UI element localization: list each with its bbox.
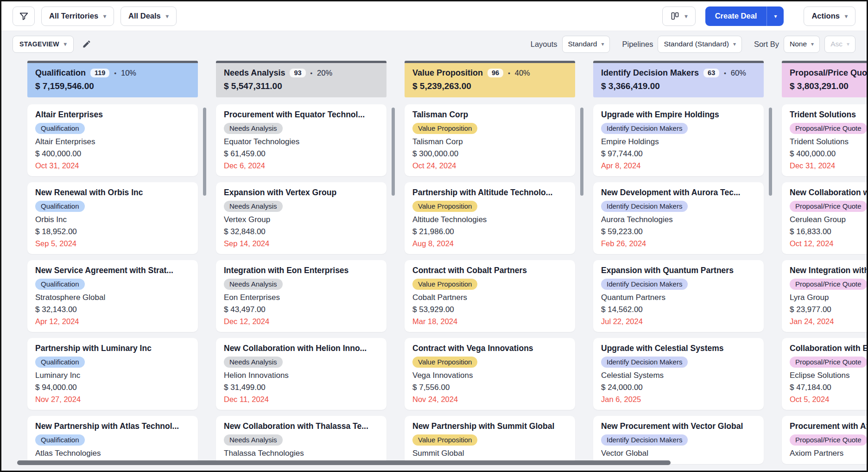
chevron-down-icon: ▾	[166, 13, 169, 19]
deal-company: Cerulean Group	[790, 215, 867, 224]
stage-pill-row: Value Proposition	[412, 434, 567, 446]
territories-dropdown[interactable]: All Territories ▾	[41, 6, 114, 26]
column-amount: $ 5,547,311.00	[224, 81, 379, 91]
stage-pill-row: Identify Decision Makers	[601, 279, 756, 290]
edit-view-button[interactable]	[80, 38, 93, 51]
deal-company: Stratosphere Global	[35, 293, 190, 302]
deal-title: New Collaboration w	[790, 188, 867, 198]
stage-pill: Identify Decision Makers	[601, 357, 688, 368]
deal-amount: $ 400,000.00	[790, 149, 867, 159]
kanban-column: Proposal/Price Quote $ 3,803,291.00 Trid…	[782, 61, 867, 471]
stage-pill: Qualification	[35, 279, 85, 290]
filter-icon	[19, 11, 29, 21]
column-scrollbar[interactable]	[769, 108, 772, 196]
column-scrollbar[interactable]	[392, 108, 395, 196]
deal-card[interactable]: Partnership with Altitude Technolo... Va…	[405, 182, 575, 254]
deal-company: Axiom Partners	[790, 449, 867, 458]
deal-card[interactable]: New Procurement with Vector Global Ident…	[593, 416, 764, 464]
deal-card[interactable]: Procurement with Ax Proposal/Price Quote…	[782, 416, 867, 464]
pipelines-value: Standard (Standard)	[664, 40, 729, 48]
deals-filter-dropdown[interactable]: All Deals ▾	[120, 6, 177, 26]
deal-card[interactable]: New Collaboration with Helion Inno... Ne…	[216, 338, 386, 410]
column-header-line: Needs Analysis 93 • 20%	[224, 68, 379, 78]
deal-card[interactable]: New Service Agreement with Strat... Qual…	[27, 260, 198, 332]
deal-title: Expansion with Quantum Partners	[601, 266, 756, 275]
column-header[interactable]: Identify Decision Makers 63 • 60% $ 3,36…	[593, 61, 764, 97]
chevron-down-icon: ▾	[733, 41, 736, 47]
deal-card[interactable]: Collaboration with Ec Proposal/Price Quo…	[782, 338, 867, 410]
deal-amount: $ 32,848.00	[224, 227, 379, 236]
kanban-column: Needs Analysis 93 • 20% $ 5,547,311.00 P…	[216, 61, 386, 471]
deal-card[interactable]: New Development with Aurora Tec... Ident…	[593, 182, 764, 254]
deal-card[interactable]: Upgrade with Celestial Systems Identify …	[593, 338, 764, 410]
deal-card[interactable]: Trident Solutions Proposal/Price Quote T…	[782, 104, 867, 176]
deal-card[interactable]: Partnership with Luminary Inc Qualificat…	[27, 338, 198, 410]
column-header-line: Identify Decision Makers 63 • 60%	[601, 68, 756, 78]
deal-card[interactable]: Upgrade with Empire Holdings Identify De…	[593, 104, 764, 176]
column-scrollbar[interactable]	[580, 108, 583, 196]
deal-card[interactable]: New Collaboration with Thalassa Te... Ne…	[216, 416, 386, 464]
deal-card[interactable]: Talisman Corp Value Proposition Talisman…	[405, 104, 575, 176]
stage-pill: Needs Analysis	[224, 123, 283, 134]
deal-title: Contract with Vega Innovations	[412, 344, 567, 353]
deal-card[interactable]: New Collaboration w Proposal/Price Quote…	[782, 182, 867, 254]
deal-company: Quantum Partners	[601, 293, 756, 302]
deal-title: New Service Agreement with Strat...	[35, 266, 190, 275]
deal-card[interactable]: New Integration with Proposal/Price Quot…	[782, 260, 867, 332]
deal-date: Oct 31, 2024	[35, 161, 190, 170]
column-header[interactable]: Proposal/Price Quote $ 3,803,291.00	[782, 61, 867, 97]
column-scrollbar[interactable]	[203, 108, 206, 196]
create-deal-button[interactable]: Create Deal	[705, 6, 767, 26]
deal-card[interactable]: Procurement with Equator Technol... Need…	[216, 104, 386, 176]
actions-dropdown[interactable]: Actions ▾	[804, 6, 855, 26]
deal-card[interactable]: Contract with Cobalt Partners Value Prop…	[405, 260, 575, 332]
column-count-badge: 119	[90, 69, 109, 77]
deal-title: New Partnership with Summit Global	[412, 421, 567, 431]
stage-pill-row: Identify Decision Makers	[601, 434, 756, 446]
column-header[interactable]: Needs Analysis 93 • 20% $ 5,547,311.00	[216, 61, 386, 97]
deal-card[interactable]: New Partnership with Atlas Technol... Qu…	[27, 416, 198, 464]
stage-pill-row: Identify Decision Makers	[601, 201, 756, 212]
layouts-dropdown[interactable]: Standard ▾	[562, 36, 610, 53]
stageview-dropdown[interactable]: STAGEVIEW ▾	[13, 36, 74, 53]
kanban-view-icon	[670, 11, 680, 21]
deal-card[interactable]: Altair Enterprises Qualification Altair …	[27, 104, 198, 176]
deal-company: Eclipse Solutions	[790, 371, 867, 380]
deal-card[interactable]: New Partnership with Summit Global Value…	[405, 416, 575, 464]
stage-pill-row: Needs Analysis	[224, 279, 379, 290]
sort-by-dropdown[interactable]: None ▾	[784, 36, 820, 53]
deal-card[interactable]: Integration with Eon Enterprises Needs A…	[216, 260, 386, 332]
view-toggle-dropdown[interactable]: ▾	[662, 6, 696, 26]
pipelines-dropdown[interactable]: Standard (Standard) ▾	[658, 36, 741, 53]
column-cards: Talisman Corp Value Proposition Talisman…	[405, 104, 575, 464]
stage-pill-row: Needs Analysis	[224, 434, 379, 446]
filter-button[interactable]	[13, 6, 35, 26]
deal-amount: $ 61,459.00	[224, 149, 379, 159]
column-header[interactable]: Qualification 119 • 10% $ 7,159,546.00	[27, 61, 198, 97]
column-cards: Upgrade with Empire Holdings Identify De…	[593, 104, 764, 464]
horizontal-scrollbar[interactable]	[17, 460, 671, 465]
deal-card[interactable]: Contract with Vega Innovations Value Pro…	[405, 338, 575, 410]
deal-card[interactable]: New Renewal with Orbis Inc Qualification…	[27, 182, 198, 254]
deal-amount: $ 43,497.00	[224, 305, 379, 314]
deal-title: Collaboration with Ec	[790, 344, 867, 353]
column-title: Needs Analysis	[224, 68, 285, 78]
deal-title: Altair Enterprises	[35, 110, 190, 120]
sort-direction-dropdown[interactable]: Asc ▾	[824, 36, 855, 53]
toolbar-right-group: ▾ Create Deal ▾ Actions ▾	[662, 6, 855, 26]
deal-card[interactable]: Expansion with Vertex Group Needs Analys…	[216, 182, 386, 254]
deal-title: Partnership with Luminary Inc	[35, 344, 190, 353]
deal-company: Vega Innovations	[412, 371, 567, 380]
stage-pill: Value Proposition	[412, 357, 477, 368]
deal-title: Integration with Eon Enterprises	[224, 266, 379, 275]
column-count-badge: 93	[290, 69, 305, 77]
stage-pill-row: Value Proposition	[412, 123, 567, 134]
deal-card[interactable]: Expansion with Quantum Partners Identify…	[593, 260, 764, 332]
column-percent: 40%	[515, 69, 530, 77]
deal-title: New Procurement with Vector Global	[601, 421, 756, 431]
create-deal-dropdown-arrow[interactable]: ▾	[767, 6, 784, 26]
deal-title: New Development with Aurora Tec...	[601, 188, 756, 198]
chevron-down-icon: ▾	[601, 41, 604, 47]
column-header[interactable]: Value Proposition 96 • 40% $ 5,239,263.0…	[405, 61, 575, 97]
deal-company: Vector Global	[601, 449, 756, 458]
